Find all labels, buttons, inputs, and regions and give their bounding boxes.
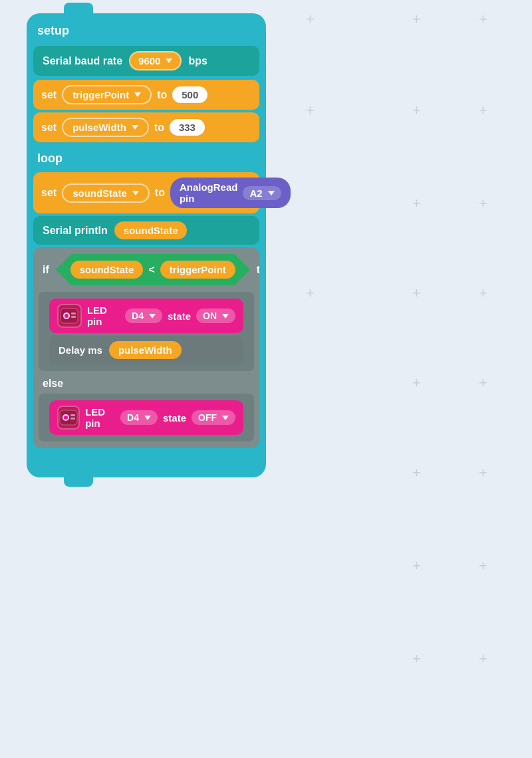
led-pin-off-dropdown[interactable]: D4 bbox=[120, 410, 158, 425]
outer-frame: setup Serial baud rate 9600 bps set trig… bbox=[27, 13, 266, 477]
triggerpoint-number: 500 bbox=[182, 89, 198, 100]
triggerpoint-var-name: triggerPoint bbox=[72, 89, 129, 100]
svg-point-2 bbox=[65, 314, 68, 318]
set-soundstate-block: set soundState to AnalogRead pin A2 bbox=[33, 172, 259, 213]
condition-block: soundState < triggerPoint bbox=[56, 254, 250, 285]
bg-plus-12: + bbox=[479, 286, 487, 301]
bg-plus-11: + bbox=[412, 286, 421, 301]
baud-rate-dropdown[interactable]: 9600 bbox=[129, 51, 182, 70]
led-pin-on-value: D4 bbox=[132, 311, 144, 321]
set-label-3: set bbox=[41, 187, 57, 199]
delay-label: Delay ms bbox=[59, 344, 102, 356]
bg-plus-8: + bbox=[412, 196, 421, 211]
soundstate-var-dropdown[interactable]: soundState bbox=[62, 184, 150, 203]
set-triggerpoint-block: set triggerPoint to 500 bbox=[33, 80, 259, 110]
svg-point-7 bbox=[64, 416, 68, 420]
else-body: LED pin D4 state OFF bbox=[39, 394, 254, 442]
condition-right-text: triggerPoint bbox=[170, 264, 226, 275]
analog-pin-arrow bbox=[268, 191, 275, 195]
bg-plus-16: + bbox=[479, 465, 487, 480]
top-notch bbox=[64, 3, 93, 15]
led-icon-off bbox=[57, 406, 80, 430]
svg-rect-4 bbox=[71, 316, 76, 318]
to-label-2: to bbox=[154, 122, 164, 134]
setup-label: setup bbox=[27, 13, 266, 42]
bg-plus-3: + bbox=[412, 12, 421, 27]
led-state-off-dropdown[interactable]: OFF bbox=[192, 410, 235, 425]
delay-var-text: pulseWidth bbox=[118, 344, 172, 356]
soundstate-println-var: soundState bbox=[114, 221, 188, 239]
pulsewidth-var-dropdown[interactable]: pulseWidth bbox=[62, 118, 149, 137]
triggerpoint-value: 500 bbox=[172, 86, 207, 103]
led-on-block: LED pin D4 state ON bbox=[49, 299, 243, 333]
set-label-2: set bbox=[41, 122, 57, 134]
led-pin-off-arrow bbox=[144, 416, 151, 420]
soundstate-arrow bbox=[132, 191, 139, 195]
blocks-container: setup Serial baud rate 9600 bps set trig… bbox=[27, 13, 266, 477]
if-header: if soundState < triggerPoint then bbox=[33, 247, 259, 292]
then-label: then bbox=[257, 264, 259, 276]
bg-plus-6: + bbox=[412, 103, 421, 118]
bg-plus-7: + bbox=[479, 103, 487, 118]
to-label-1: to bbox=[157, 89, 167, 101]
led-state-off-value: OFF bbox=[198, 412, 217, 423]
serial-baud-block: Serial baud rate 9600 bps bbox=[33, 46, 259, 76]
pulsewidth-number: 333 bbox=[179, 122, 196, 133]
led-label-off: LED pin bbox=[85, 406, 115, 429]
state-label-on: state bbox=[168, 311, 191, 322]
analog-pin-dropdown[interactable]: A2 bbox=[243, 186, 281, 200]
set-pulsewidth-block: set pulseWidth to 333 bbox=[33, 112, 259, 142]
svg-rect-9 bbox=[70, 418, 75, 420]
if-label: if bbox=[43, 264, 49, 276]
delay-block: Delay ms pulseWidth bbox=[49, 336, 243, 364]
bg-plus-14: + bbox=[479, 376, 487, 390]
to-label-3: to bbox=[155, 187, 165, 199]
condition-right-var: triggerPoint bbox=[160, 261, 235, 279]
triggerpoint-var-dropdown[interactable]: triggerPoint bbox=[62, 85, 152, 104]
analog-pin-value: A2 bbox=[249, 188, 262, 199]
led-state-on-value: ON bbox=[203, 311, 217, 321]
soundstate-println-text: soundState bbox=[124, 225, 178, 236]
bg-plus-9: + bbox=[479, 196, 487, 211]
serial-baud-label: Serial baud rate bbox=[43, 55, 122, 67]
led-svg-off bbox=[59, 409, 78, 426]
led-pin-on-dropdown[interactable]: D4 bbox=[125, 309, 162, 323]
loop-label: loop bbox=[27, 145, 266, 170]
condition-operator: < bbox=[148, 264, 154, 276]
led-svg-on bbox=[59, 307, 79, 324]
analog-read-label: AnalogRead pin bbox=[180, 182, 238, 204]
svg-rect-3 bbox=[71, 313, 76, 315]
led-icon-on bbox=[57, 304, 82, 328]
delay-var: pulseWidth bbox=[109, 341, 182, 359]
pulsewidth-value: 333 bbox=[170, 119, 205, 136]
bg-plus-17: + bbox=[412, 559, 421, 573]
led-label-on: LED pin bbox=[87, 305, 120, 327]
bps-label: bps bbox=[188, 55, 207, 67]
set-label-1: set bbox=[41, 89, 57, 101]
pulsewidth-var-name: pulseWidth bbox=[72, 122, 126, 133]
bg-plus-4: + bbox=[479, 12, 487, 27]
led-pin-off-value: D4 bbox=[127, 412, 139, 423]
led-off-block: LED pin D4 state OFF bbox=[49, 400, 243, 435]
if-block: if soundState < triggerPoint then bbox=[33, 247, 259, 448]
bg-plus-13: + bbox=[412, 376, 421, 390]
serial-println-label: Serial println bbox=[43, 225, 108, 237]
led-pin-on-arrow bbox=[149, 314, 156, 318]
bg-plus-18: + bbox=[479, 559, 487, 573]
bg-plus-5: + bbox=[306, 103, 315, 118]
bg-plus-15: + bbox=[412, 465, 421, 480]
soundstate-var-name: soundState bbox=[72, 188, 127, 199]
state-label-off: state bbox=[163, 412, 186, 424]
serial-println-block: Serial println soundState bbox=[33, 216, 259, 245]
triggerpoint-arrow bbox=[134, 92, 141, 97]
bg-plus-2: + bbox=[306, 12, 315, 27]
else-label: else bbox=[33, 374, 259, 394]
bg-plus-20: + bbox=[479, 652, 487, 666]
baud-dropdown-arrow bbox=[166, 59, 172, 63]
led-state-on-dropdown[interactable]: ON bbox=[196, 309, 235, 323]
svg-rect-8 bbox=[70, 414, 75, 416]
led-state-on-arrow bbox=[222, 314, 229, 318]
analog-read-block: AnalogRead pin A2 bbox=[170, 178, 291, 208]
then-body: LED pin D4 state ON Delay ms pulseW bbox=[39, 292, 254, 371]
led-state-off-arrow bbox=[222, 416, 229, 420]
